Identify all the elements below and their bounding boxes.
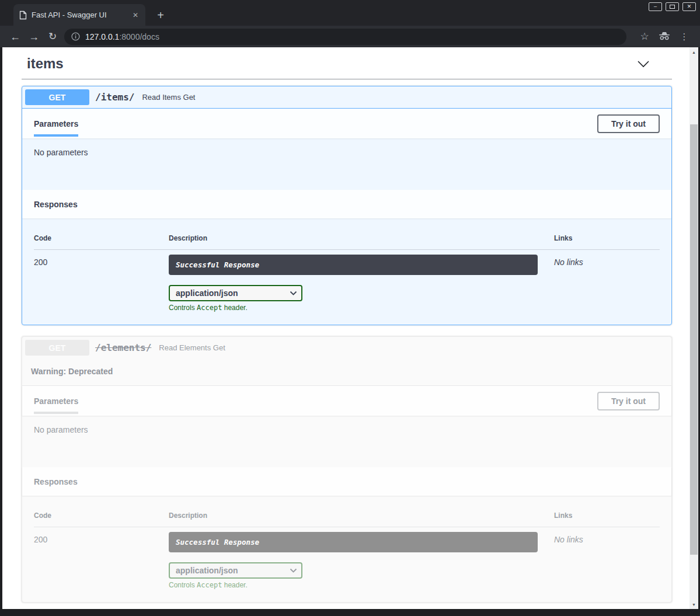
media-type-wrap: application/json	[169, 285, 302, 301]
incognito-icon	[654, 32, 674, 42]
maximize-icon	[670, 5, 675, 9]
deprecated-warning: Warning: Deprecated	[22, 359, 671, 386]
accept-header-note: Controls Accept header.	[169, 304, 554, 312]
parameters-header: Parameters Try it out	[22, 386, 671, 416]
col-links: Links	[554, 234, 660, 242]
method-badge: GET	[25, 89, 89, 105]
endpoint-summary: Read Items Get	[142, 93, 195, 102]
new-tab-button[interactable]: +	[154, 9, 168, 21]
responses-table-head: Code Description Links	[34, 507, 660, 527]
close-window-button[interactable]: ✕	[682, 2, 696, 11]
scroll-up-icon[interactable]: ▲	[689, 47, 698, 57]
responses-label: Responses	[34, 200, 78, 209]
response-code: 200	[34, 255, 169, 312]
scrollbar-track[interactable]	[689, 57, 698, 600]
accept-header-note: Controls Accept header.	[169, 581, 554, 589]
col-code: Code	[34, 234, 169, 242]
opblock-get-items: GET /items/ Read Items Get Parameters Tr…	[22, 86, 672, 325]
address-bar[interactable]: 127.0.0.1:8000/docs	[64, 29, 626, 45]
window-controls: – ✕	[649, 2, 696, 11]
col-description: Description	[169, 234, 554, 242]
method-badge: GET	[25, 340, 89, 356]
responses-table: Code Description Links 200 Successful Re…	[22, 218, 671, 325]
parameters-header: Parameters Try it out	[22, 109, 671, 138]
responses-header: Responses	[22, 190, 671, 218]
collapse-chevron-icon[interactable]	[637, 60, 650, 68]
col-code: Code	[34, 511, 169, 520]
response-description: Successful Response	[169, 532, 538, 552]
responses-header: Responses	[22, 467, 671, 496]
responses-table: Code Description Links 200 Successful Re…	[22, 496, 671, 602]
scroll-down-icon[interactable]: ▼	[689, 600, 698, 609]
tab-bar: Fast API - Swagger UI ✕ + – ✕	[0, 0, 700, 26]
url-text[interactable]: 127.0.0.1:8000/docs	[85, 32, 159, 41]
forward-button[interactable]: →	[25, 32, 43, 42]
browser-tab[interactable]: Fast API - Swagger UI ✕	[13, 4, 145, 26]
document-icon	[19, 11, 27, 20]
tag-section-header: items	[19, 50, 674, 76]
opblock-get-elements-deprecated: GET /elements/ Read Elements Get Warning…	[22, 336, 672, 603]
tab-close-icon[interactable]: ✕	[131, 11, 140, 20]
page-scrollbar[interactable]: ▲ ▼	[689, 47, 698, 609]
response-links: No links	[554, 255, 660, 312]
parameters-tab: Parameters	[34, 110, 78, 137]
browser-window: Fast API - Swagger UI ✕ + – ✕ ← → ↻ 127.…	[0, 0, 700, 616]
browser-menu-icon[interactable]: ⋮	[674, 32, 694, 41]
response-row: 200 Successful Response application/json	[34, 527, 660, 589]
col-links: Links	[554, 511, 660, 520]
back-button[interactable]: ←	[6, 32, 25, 42]
bookmark-star-icon[interactable]: ☆	[635, 32, 654, 41]
opblock-summary[interactable]: GET /items/ Read Items Get	[22, 86, 671, 109]
maximize-button[interactable]	[666, 2, 679, 11]
swagger-page: items GET /items/ Read Items Get Paramet…	[2, 47, 689, 603]
opblock-summary[interactable]: GET /elements/ Read Elements Get	[22, 337, 671, 359]
url-path: :8000/docs	[119, 32, 159, 41]
tab-title: Fast API - Swagger UI	[32, 11, 127, 19]
response-description-cell: Successful Response application/json	[169, 532, 554, 589]
media-type-select[interactable]: application/json	[169, 285, 302, 301]
url-host: 127.0.0.1	[85, 32, 119, 41]
endpoint-path[interactable]: /items/	[95, 92, 134, 103]
response-code: 200	[34, 532, 169, 589]
responses-label: Responses	[34, 477, 78, 486]
media-type-wrap: application/json	[169, 562, 302, 579]
page-viewport: items GET /items/ Read Items Get Paramet…	[2, 47, 689, 609]
window-body: items GET /items/ Read Items Get Paramet…	[0, 47, 700, 616]
response-description-cell: Successful Response application/json	[169, 255, 554, 312]
browser-toolbar: ← → ↻ 127.0.0.1:8000/docs ☆ ⋮	[0, 26, 700, 47]
tag-divider	[22, 79, 672, 79]
minimize-button[interactable]: –	[649, 2, 662, 11]
response-row: 200 Successful Response application/json	[34, 250, 660, 312]
responses-table-head: Code Description Links	[34, 230, 660, 250]
col-description: Description	[169, 511, 554, 520]
response-links: No links	[554, 532, 660, 589]
endpoint-path[interactable]: /elements/	[95, 342, 151, 353]
media-type-select[interactable]: application/json	[169, 562, 302, 579]
no-parameters-text: No parameters	[22, 138, 671, 190]
response-description: Successful Response	[169, 255, 538, 275]
scrollbar-thumb[interactable]	[690, 124, 698, 555]
try-it-out-button[interactable]: Try it out	[597, 114, 660, 133]
no-parameters-text: No parameters	[22, 416, 671, 467]
tag-title: items	[27, 55, 64, 72]
endpoint-summary: Read Elements Get	[159, 343, 225, 352]
try-it-out-button[interactable]: Try it out	[597, 392, 660, 410]
site-info-icon[interactable]	[71, 32, 80, 41]
reload-button[interactable]: ↻	[43, 32, 62, 41]
parameters-tab: Parameters	[34, 388, 78, 414]
